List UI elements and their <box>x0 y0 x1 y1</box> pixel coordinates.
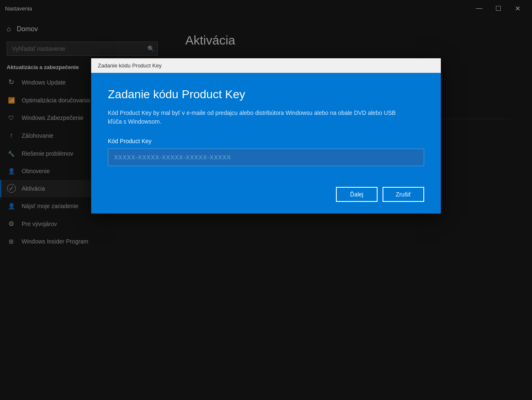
dialog-footer: Ďalej Zrušiť <box>91 179 441 214</box>
field-label: Kód Product Key <box>108 138 424 144</box>
dialog-titlebar: Zadanie kódu Product Key <box>91 58 441 73</box>
dialog-titlebar-text: Zadanie kódu Product Key <box>98 62 162 69</box>
dialog-overlay: Zadanie kódu Product Key Zadanie kódu Pr… <box>0 0 532 400</box>
dialog-title: Zadanie kódu Product Key <box>108 88 424 101</box>
cancel-button[interactable]: Zrušiť <box>383 187 424 202</box>
dialog-description: Kód Product Key by mal byť v e-maile od … <box>108 109 408 126</box>
main-window: Nastavenia — ☐ ✕ Domov 🔍 Aktualizácia a … <box>0 0 532 400</box>
product-key-input[interactable] <box>108 149 424 166</box>
product-key-dialog: Zadanie kódu Product Key Zadanie kódu Pr… <box>91 58 441 214</box>
dialog-body: Zadanie kódu Product Key Kód Product Key… <box>91 73 441 179</box>
next-button[interactable]: Ďalej <box>336 187 378 202</box>
